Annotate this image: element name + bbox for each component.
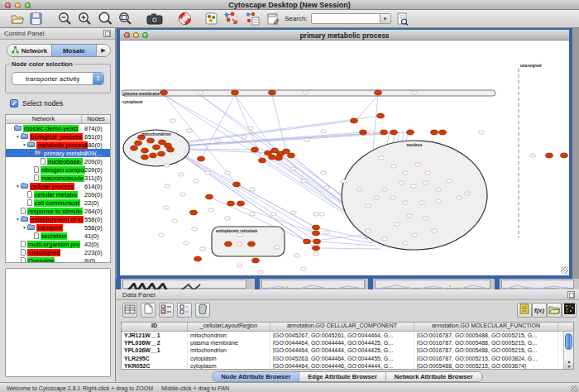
- graph-node[interactable]: [215, 139, 221, 142]
- delete-attribute-button[interactable]: [195, 303, 210, 318]
- graph-node-selected[interactable]: [439, 130, 447, 135]
- graph-node[interactable]: [419, 201, 425, 204]
- unselect-attributes-button[interactable]: [177, 303, 192, 318]
- graph-node[interactable]: [291, 167, 297, 170]
- graph-node[interactable]: [258, 270, 264, 274]
- zoom-in-button[interactable]: [77, 11, 93, 27]
- search-dropdown-arrow[interactable]: ▼: [380, 13, 391, 24]
- graph-node[interactable]: [304, 138, 310, 141]
- graph-node[interactable]: [479, 131, 485, 134]
- graph-node[interactable]: [205, 171, 211, 174]
- graph-node-selected[interactable]: [259, 158, 266, 163]
- app-titlebar[interactable]: Cytoscape Desktop (New Session): [0, 0, 579, 10]
- notepad-button[interactable]: [517, 303, 532, 318]
- graph-node[interactable]: [366, 204, 371, 208]
- graph-node[interactable]: [341, 179, 347, 183]
- col-cellular-component[interactable]: annotation.GO CELLULAR_COMPONENT: [270, 323, 414, 331]
- graph-node[interactable]: [250, 188, 256, 191]
- expand-arrow-icon[interactable]: ▼: [16, 134, 20, 139]
- attribute-table[interactable]: ID _cellularLayoutRegion annotation.GO C…: [121, 322, 574, 370]
- graph-node[interactable]: [194, 179, 199, 183]
- graph-node-selected[interactable]: [313, 246, 320, 251]
- save-button[interactable]: [30, 11, 42, 27]
- graph-node[interactable]: [208, 208, 214, 212]
- network-from-file-button[interactable]: [245, 11, 261, 27]
- background-window[interactable]: [375, 280, 490, 289]
- select-nodes-checkbox[interactable]: ✓: [10, 99, 18, 108]
- attribute-matrix-button[interactable]: [562, 303, 577, 318]
- graph-node[interactable]: [379, 156, 385, 160]
- expand-arrow-icon[interactable]: ▼: [22, 142, 26, 147]
- graph-node[interactable]: [447, 179, 452, 183]
- graph-node-selected[interactable]: [251, 147, 259, 152]
- graph-node[interactable]: [237, 242, 243, 246]
- graph-node-selected[interactable]: [153, 145, 160, 150]
- graph-node-selected[interactable]: [237, 201, 245, 206]
- expand-arrow-icon[interactable]: ▼: [16, 217, 20, 222]
- background-window[interactable]: [261, 280, 365, 289]
- graph-node[interactable]: [357, 188, 363, 191]
- col-molecular-function[interactable]: annotation.GO MOLECULAR_FUNCTION: [414, 323, 558, 331]
- tab-mosaic[interactable]: Mosaic: [52, 45, 97, 56]
- graph-node-selected[interactable]: [141, 155, 149, 160]
- graph-node-selected[interactable]: [248, 241, 256, 246]
- graph-node[interactable]: [423, 181, 429, 184]
- tree-row-macromolecule[interactable]: macromolecule311(0): [6, 174, 110, 182]
- birds-eye-view[interactable]: [5, 268, 111, 377]
- tree-row-nucleobase-[interactable]: nucleobase-209(0): [6, 157, 110, 165]
- graph-node-selected[interactable]: [147, 138, 155, 143]
- zoom-fit-button[interactable]: [97, 11, 113, 27]
- table-scrollbar[interactable]: ▲▼: [563, 332, 573, 369]
- table-row[interactable]: YKR052Ccytoplasm[GO:0044464, GO:0044446,…: [122, 362, 573, 370]
- graph-node-selected[interactable]: [431, 130, 438, 135]
- graph-node[interactable]: [303, 91, 309, 94]
- graph-node[interactable]: [390, 196, 396, 199]
- graph-node[interactable]: [184, 241, 189, 245]
- attribute-table-header[interactable]: ID _cellularLayoutRegion annotation.GO C…: [122, 323, 573, 332]
- tree-row-nitrogen-compo[interactable]: nitrogen compo209(0): [6, 165, 110, 174]
- graph-node-selected[interactable]: [206, 194, 213, 199]
- graph-node-selected[interactable]: [131, 146, 138, 151]
- graph-node[interactable]: [165, 164, 170, 167]
- graph-node[interactable]: [457, 196, 462, 199]
- graph-node[interactable]: [313, 252, 319, 256]
- graph-node[interactable]: [159, 233, 165, 237]
- graph-node-selected[interactable]: [313, 239, 321, 244]
- tree-row-overview[interactable]: Overview8(0): [6, 256, 110, 263]
- tree-row-metabolic-process[interactable]: ▼metabolic process280(0): [6, 141, 110, 149]
- graph-node[interactable]: [403, 171, 409, 174]
- graph-node-selected[interactable]: [407, 130, 414, 135]
- graph-node[interactable]: [248, 127, 254, 130]
- graph-node[interactable]: [407, 214, 413, 218]
- graph-node[interactable]: [382, 188, 388, 191]
- col-id[interactable]: ID: [122, 323, 188, 331]
- expand-arrow-icon[interactable]: ▼: [16, 184, 20, 189]
- graph-node[interactable]: [324, 186, 330, 189]
- tree-row-biological-process[interactable]: ▼biological_process651(0): [6, 132, 110, 141]
- tree-row-response-to-stimulu[interactable]: response to stimulu264(0): [6, 207, 110, 215]
- graph-node[interactable]: [179, 173, 184, 176]
- graph-node-selected[interactable]: [198, 156, 205, 161]
- search-config-button[interactable]: [396, 11, 409, 27]
- table-row[interactable]: YLR295Ccytoplasm[GO:0045263, GO:0044464,…: [122, 355, 573, 362]
- graph-node[interactable]: [291, 211, 297, 214]
- network-from-selection-button[interactable]: [223, 11, 239, 27]
- graph-node-selected[interactable]: [288, 153, 295, 158]
- graph-node-selected[interactable]: [351, 118, 358, 123]
- tree-col-network[interactable]: Network: [6, 115, 82, 123]
- tab-network[interactable]: Network: [7, 45, 52, 56]
- graph-node[interactable]: [403, 241, 409, 245]
- graph-node[interactable]: [319, 213, 325, 216]
- graph-node[interactable]: [411, 184, 417, 188]
- graph-node[interactable]: [192, 227, 198, 231]
- graph-node[interactable]: [187, 129, 193, 132]
- function-builder-button[interactable]: f(x): [532, 303, 547, 318]
- graph-node-selected[interactable]: [304, 239, 311, 244]
- tab-edge-attribute-browser[interactable]: Edge Attribute Browser: [299, 372, 385, 381]
- table-row[interactable]: YJR121W__1mitochondrion[GO:0045267, GO:0…: [122, 332, 573, 339]
- network-canvas[interactable]: plasma membranecytoplasmmitochondrionnuc…: [120, 41, 569, 275]
- tree-row-unassigned[interactable]: unassigned223(0): [6, 248, 110, 256]
- graph-node[interactable]: [301, 267, 307, 270]
- graph-node[interactable]: [275, 246, 280, 249]
- tree-col-nodes[interactable]: Nodes: [82, 115, 110, 123]
